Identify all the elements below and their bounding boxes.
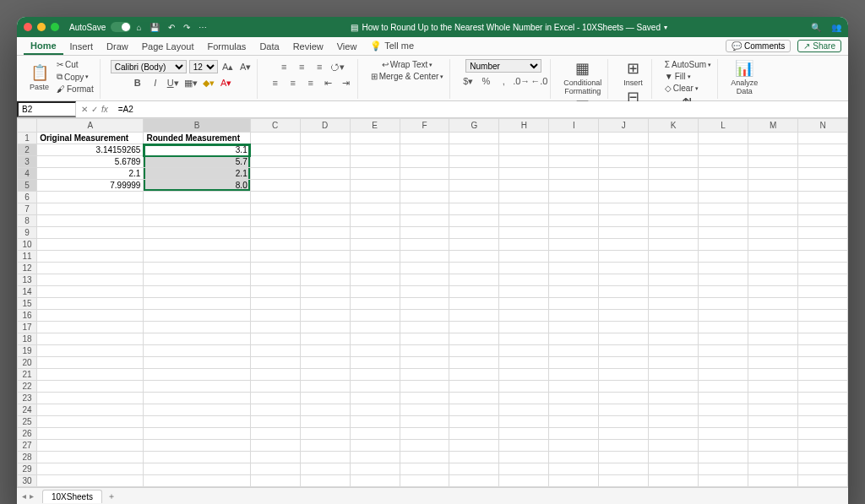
cell-F25[interactable] (400, 416, 449, 428)
cell-C12[interactable] (250, 263, 300, 274)
tab-view[interactable]: View (330, 39, 364, 54)
cell-D18[interactable] (300, 333, 350, 345)
tab-insert[interactable]: Insert (63, 39, 101, 54)
cell-G8[interactable] (449, 215, 499, 227)
cell-A4[interactable]: 2.1 (37, 168, 144, 180)
align-center-icon[interactable]: ≡ (286, 75, 301, 90)
cell-K19[interactable] (649, 345, 699, 357)
cell-I6[interactable] (549, 192, 599, 203)
cell-I10[interactable] (549, 239, 599, 251)
cell-A11[interactable] (37, 251, 144, 263)
cell-B30[interactable] (144, 475, 250, 487)
cell-M1[interactable] (748, 133, 798, 144)
cut-button[interactable]: ✂ Cut (54, 59, 96, 70)
col-header-F[interactable]: F (400, 119, 449, 133)
cell-E17[interactable] (350, 322, 400, 333)
cell-F3[interactable] (400, 156, 449, 168)
cell-D7[interactable] (300, 203, 350, 215)
cell-I1[interactable] (549, 133, 599, 144)
cell-K30[interactable] (649, 475, 699, 487)
grid-area[interactable]: ABCDEFGHIJKLMN1Original MeasurementRound… (17, 118, 848, 487)
tell-me[interactable]: 💡 Tell me (363, 38, 421, 54)
cell-K12[interactable] (649, 263, 699, 274)
cell-C24[interactable] (250, 404, 300, 416)
cell-E21[interactable] (350, 369, 400, 381)
cell-M7[interactable] (748, 203, 798, 215)
cell-I23[interactable] (549, 393, 599, 404)
cell-E22[interactable] (350, 381, 400, 393)
cell-D13[interactable] (300, 274, 350, 286)
col-header-N[interactable]: N (798, 119, 848, 133)
cancel-fx-icon[interactable]: ✕ (81, 105, 88, 114)
cell-M26[interactable] (748, 428, 798, 440)
cell-I26[interactable] (549, 428, 599, 440)
cell-C15[interactable] (250, 298, 300, 310)
cell-C11[interactable] (250, 251, 300, 263)
cell-M21[interactable] (748, 369, 798, 381)
zoom-window-button[interactable] (51, 23, 59, 31)
cell-K23[interactable] (649, 393, 699, 404)
cell-E26[interactable] (350, 428, 400, 440)
home-icon[interactable]: ⌂ (136, 23, 141, 32)
inc-decimal-icon[interactable]: .0→ (514, 73, 529, 89)
cell-E23[interactable] (350, 393, 400, 404)
cell-G29[interactable] (449, 463, 499, 475)
cell-M18[interactable] (748, 333, 798, 345)
col-header-M[interactable]: M (748, 119, 798, 133)
cell-N16[interactable] (798, 310, 848, 322)
paste-button[interactable]: 📋Paste (27, 63, 52, 91)
cell-F4[interactable] (400, 168, 449, 180)
cell-H17[interactable] (499, 322, 549, 333)
underline-button[interactable]: U▾ (166, 75, 181, 90)
row-header-24[interactable]: 24 (18, 404, 37, 416)
cell-K4[interactable] (649, 168, 699, 180)
cell-D12[interactable] (300, 263, 350, 274)
cell-G7[interactable] (449, 203, 499, 215)
cell-H14[interactable] (499, 286, 549, 298)
cell-B14[interactable] (144, 286, 250, 298)
cell-M29[interactable] (748, 463, 798, 475)
cell-C19[interactable] (250, 345, 300, 357)
cell-N17[interactable] (798, 322, 848, 333)
cell-J14[interactable] (599, 286, 649, 298)
cell-I15[interactable] (549, 298, 599, 310)
cell-A13[interactable] (37, 274, 144, 286)
cell-H26[interactable] (499, 428, 549, 440)
row-header-25[interactable]: 25 (18, 416, 37, 428)
decrease-font-icon[interactable]: A▾ (238, 59, 253, 74)
cell-F30[interactable] (400, 475, 449, 487)
cell-L4[interactable] (699, 168, 748, 180)
col-header-A[interactable]: A (37, 119, 144, 133)
cell-L12[interactable] (699, 263, 748, 274)
cell-B25[interactable] (144, 416, 250, 428)
cell-A16[interactable] (37, 310, 144, 322)
cell-J13[interactable] (599, 274, 649, 286)
save-icon[interactable]: 💾 (150, 23, 160, 32)
cell-G23[interactable] (449, 393, 499, 404)
row-header-2[interactable]: 2 (18, 144, 37, 156)
cell-A22[interactable] (37, 381, 144, 393)
minimize-window-button[interactable] (37, 23, 46, 31)
cell-M5[interactable] (748, 180, 798, 192)
cell-D15[interactable] (300, 298, 350, 310)
cell-F17[interactable] (400, 322, 449, 333)
cell-L27[interactable] (699, 440, 748, 452)
analyze-data-button[interactable]: 📊Analyze Data (728, 59, 760, 95)
cell-F11[interactable] (400, 251, 449, 263)
cell-L15[interactable] (699, 298, 748, 310)
bold-button[interactable]: B (130, 75, 145, 90)
cell-I25[interactable] (549, 416, 599, 428)
cell-B19[interactable] (144, 345, 250, 357)
cell-D21[interactable] (300, 369, 350, 381)
cell-D20[interactable] (300, 357, 350, 369)
cell-B16[interactable] (144, 310, 250, 322)
cell-I13[interactable] (549, 274, 599, 286)
cell-D29[interactable] (300, 463, 350, 475)
cell-E12[interactable] (350, 263, 400, 274)
cell-L13[interactable] (699, 274, 748, 286)
dec-decimal-icon[interactable]: ←.0 (531, 73, 547, 89)
cell-I7[interactable] (549, 203, 599, 215)
cell-N11[interactable] (798, 251, 848, 263)
cell-D26[interactable] (300, 428, 350, 440)
cell-I21[interactable] (549, 369, 599, 381)
